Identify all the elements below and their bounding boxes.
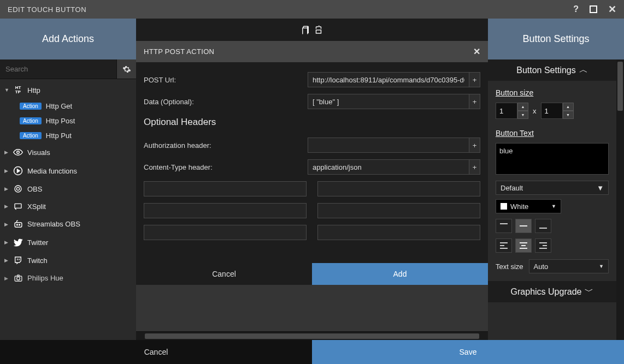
svg-rect-13	[539, 228, 547, 229]
button-text-label: Button Text	[496, 129, 609, 138]
data-plus-button[interactable]: +	[469, 94, 480, 109]
tree-item-xsplit[interactable]: ▶ XSplit	[0, 198, 136, 215]
tree-item-twitch[interactable]: ▶ Twitch	[0, 252, 136, 269]
tree-item-twitter[interactable]: ▶ Twitter	[0, 233, 136, 252]
header-key-input-3[interactable]	[144, 225, 307, 240]
action-badge: Action	[20, 103, 42, 110]
width-input[interactable]	[496, 103, 517, 119]
header-val-input-1[interactable]	[317, 181, 480, 196]
text-size-select[interactable]: Auto ▼	[529, 259, 609, 273]
caret-down-icon: ▼	[599, 264, 604, 269]
header-val-input-3[interactable]	[317, 225, 480, 240]
tree-item-http[interactable]: ▼ HTTP Http	[0, 81, 136, 99]
tree-item-obs[interactable]: ▶ OBS	[0, 180, 136, 198]
text-size-label: Text size	[496, 262, 523, 271]
search-input[interactable]	[0, 59, 116, 79]
sub-label: Http Post	[46, 117, 75, 125]
header-key-input-1[interactable]	[144, 181, 307, 196]
sub-label: Http Get	[46, 102, 72, 110]
post-url-label: POST Url:	[144, 76, 308, 84]
horizontal-scrollbar[interactable]	[136, 331, 488, 340]
sub-item-http-post[interactable]: Action Http Post	[0, 114, 136, 128]
valign-top-button[interactable]	[496, 219, 512, 233]
modal-cancel-button[interactable]: Cancel	[136, 263, 312, 285]
font-select[interactable]: Default ▼	[496, 181, 609, 195]
eye-icon	[13, 147, 23, 157]
maximize-icon[interactable]	[590, 5, 597, 13]
data-input[interactable]	[308, 94, 469, 109]
svg-rect-19	[520, 248, 527, 249]
tree-label: Twitter	[27, 238, 48, 247]
button-settings-header: Button Settings	[488, 19, 624, 59]
post-url-plus-button[interactable]: +	[469, 72, 480, 87]
svg-rect-5	[15, 204, 21, 208]
action-badge: Action	[20, 117, 42, 124]
post-url-input[interactable]	[308, 72, 469, 87]
footer-save-button[interactable]: Save	[312, 340, 624, 364]
button-text-input[interactable]	[496, 143, 609, 175]
gear-icon[interactable]	[116, 59, 136, 79]
tree-item-visuals[interactable]: ▶ Visuals	[0, 143, 136, 162]
svg-rect-15	[500, 245, 504, 246]
twitter-icon	[13, 237, 23, 247]
tree-item-media[interactable]: ▶ Media functions	[0, 162, 136, 180]
color-select[interactable]: White ▼	[496, 199, 561, 213]
halign-left-button[interactable]	[496, 238, 512, 253]
http-post-modal: HTTP POST ACTION ✕ POST Url: + Data (Opt…	[136, 41, 488, 285]
tree-label: Twitch	[27, 256, 48, 265]
xsplit-icon	[13, 202, 23, 211]
vertical-scrollbar[interactable]	[616, 59, 624, 340]
caret-down-icon[interactable]: ▼	[563, 111, 574, 119]
chevron-right-icon: ▶	[4, 240, 9, 245]
chevron-right-icon: ▶	[4, 222, 9, 227]
clipboard-copy-icon[interactable]	[301, 25, 310, 35]
chevron-up-icon: ︿	[579, 64, 588, 76]
width-stepper[interactable]: ▲▼	[496, 103, 528, 119]
ctype-header-input[interactable]	[308, 159, 469, 175]
clipboard-paste-icon[interactable]	[314, 25, 323, 35]
header-key-input-2[interactable]	[144, 203, 307, 218]
chevron-right-icon: ▶	[4, 258, 9, 263]
caret-up-icon[interactable]: ▲	[563, 103, 574, 111]
play-icon	[13, 166, 23, 176]
svg-rect-17	[520, 242, 527, 243]
ctype-plus-button[interactable]: +	[469, 159, 480, 175]
modal-add-button[interactable]: Add	[312, 263, 488, 285]
height-stepper[interactable]: ▲▼	[541, 103, 574, 119]
halign-right-button[interactable]	[535, 238, 551, 253]
caret-down-icon: ▼	[597, 184, 604, 192]
accordion-label: Button Settings	[516, 65, 576, 75]
color-swatch-icon	[501, 203, 507, 210]
caret-up-icon[interactable]: ▲	[517, 103, 528, 111]
svg-rect-18	[521, 245, 526, 246]
valign-bottom-button[interactable]	[535, 219, 551, 233]
horizontal-align-group	[496, 238, 609, 253]
valign-middle-button[interactable]	[515, 219, 532, 233]
graphics-upgrade-accordion[interactable]: Graphics Upgrade ﹀	[488, 281, 616, 302]
svg-rect-12	[520, 225, 527, 226]
streamlabs-icon	[13, 219, 23, 229]
footer-cancel-button[interactable]: Cancel	[0, 340, 312, 364]
close-icon[interactable]: ✕	[608, 3, 616, 15]
caret-down-icon[interactable]: ▼	[517, 111, 528, 119]
auth-plus-button[interactable]: +	[469, 138, 480, 153]
help-icon[interactable]: ?	[573, 4, 579, 14]
auth-header-input[interactable]	[308, 138, 469, 153]
header-val-input-2[interactable]	[317, 203, 480, 218]
tree-item-slobs[interactable]: ▶ Streamlabs OBS	[0, 215, 136, 233]
modal-title: HTTP POST ACTION	[144, 47, 473, 56]
modal-close-icon[interactable]: ✕	[473, 46, 480, 57]
tree-item-hue[interactable]: ▶ Philips Hue	[0, 269, 136, 287]
halign-center-button[interactable]	[515, 238, 532, 253]
sub-item-http-put[interactable]: Action Http Put	[0, 128, 136, 143]
height-input[interactable]	[541, 103, 563, 119]
svg-rect-20	[539, 242, 547, 243]
svg-point-10	[16, 277, 20, 280]
sub-item-http-get[interactable]: Action Http Get	[0, 99, 136, 114]
toolbar	[136, 19, 488, 41]
button-settings-accordion[interactable]: Button Settings ︿	[488, 59, 616, 81]
footer: Cancel Save	[0, 340, 624, 364]
chevron-right-icon: ▶	[4, 186, 9, 192]
chevron-down-icon: ﹀	[585, 286, 593, 297]
svg-point-4	[16, 187, 19, 190]
